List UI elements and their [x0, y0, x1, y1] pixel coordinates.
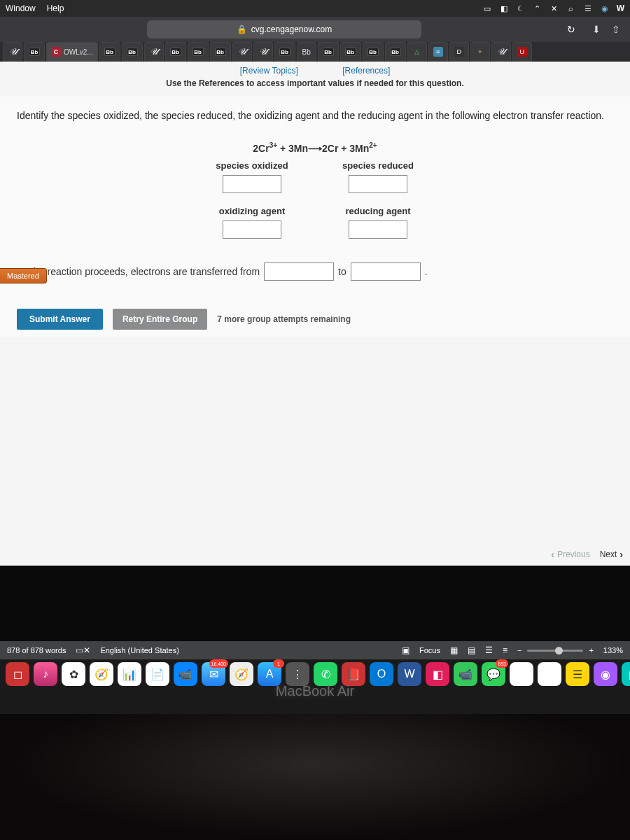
menu-window[interactable]: Window: [6, 4, 36, 13]
browser-tab-active[interactable]: C OWLv2...: [46, 42, 98, 62]
input-transfer-to[interactable]: [351, 262, 421, 281]
whatsapp-icon[interactable]: ✆: [314, 662, 337, 686]
previous-button[interactable]: ‹ Previous: [551, 549, 589, 560]
pages-icon[interactable]: 📄: [146, 662, 169, 686]
references-link[interactable]: [References]: [342, 66, 390, 76]
siri-icon[interactable]: ◉: [600, 4, 610, 13]
browser-tab[interactable]: Bb: [297, 42, 316, 62]
bb-icon: Bb: [104, 48, 115, 56]
list-icon: ≡: [433, 47, 443, 57]
input-transfer-from[interactable]: [264, 262, 334, 281]
draft-icon[interactable]: ≡: [503, 645, 507, 655]
photos-icon[interactable]: ✿: [62, 662, 85, 686]
music-icon[interactable]: ♪: [34, 662, 57, 686]
focus-label[interactable]: Focus: [419, 646, 440, 654]
browser-tab[interactable]: Bb: [385, 42, 406, 62]
chrome-icon[interactable]: ◯: [510, 662, 533, 686]
label-reducing-agent: reducing agent: [345, 206, 410, 216]
u-icon: 𝒰: [496, 47, 506, 57]
bb-icon: Bb: [368, 48, 379, 56]
browser-tab[interactable]: Bb: [274, 42, 295, 62]
url-text: cvg.cengagenow.com: [251, 24, 332, 34]
outline-icon[interactable]: ☰: [485, 645, 493, 655]
gmail-icon[interactable]: ✉: [538, 662, 561, 686]
zoom-slider[interactable]: − +: [517, 646, 594, 654]
pdf-icon[interactable]: 📕: [342, 662, 365, 686]
podcasts-icon[interactable]: ◉: [594, 662, 617, 686]
slider-track[interactable]: [527, 650, 583, 652]
menu-help[interactable]: Help: [47, 4, 64, 13]
browser-tab[interactable]: 𝒰: [491, 42, 511, 62]
web-layout-icon[interactable]: ▤: [468, 645, 475, 655]
facetime-icon[interactable]: 📹: [454, 662, 477, 686]
retry-group-button[interactable]: Retry Entire Group: [113, 309, 207, 330]
browser-tab[interactable]: Bb: [165, 42, 186, 62]
wifi-icon[interactable]: ⌃: [533, 4, 542, 13]
next-button[interactable]: Next ›: [600, 549, 623, 560]
sentence-suffix: .: [425, 266, 428, 277]
bb-icon: Bb: [323, 48, 334, 56]
url-bar[interactable]: 🔒 cvg.cengagenow.com: [147, 20, 421, 38]
sentence-to: to: [338, 266, 346, 277]
control-center-icon[interactable]: ☰: [583, 4, 593, 13]
reload-icon[interactable]: ↻: [567, 24, 575, 35]
laptop-bezel: [0, 714, 630, 840]
dock-app[interactable]: ◧: [426, 662, 449, 686]
bb-icon: Bb: [279, 48, 290, 56]
outlook-icon[interactable]: O: [370, 662, 393, 686]
print-layout-icon[interactable]: ▦: [450, 645, 458, 655]
language-selector[interactable]: English (United States): [100, 646, 179, 654]
browser-tab[interactable]: 𝒰: [232, 42, 252, 62]
input-species-reduced[interactable]: [349, 175, 407, 193]
browser-tab[interactable]: Bb: [340, 42, 361, 62]
mail-icon[interactable]: ✉16,400: [202, 662, 225, 686]
browser-tab[interactable]: △: [407, 42, 427, 62]
input-species-oxidized[interactable]: [223, 175, 281, 193]
browser-tab[interactable]: 𝒰: [253, 42, 273, 62]
word-icon[interactable]: W: [398, 662, 421, 686]
browser-tab[interactable]: 𝒰: [3, 42, 22, 62]
safari-alt-icon[interactable]: 🧭: [230, 662, 253, 686]
moon-icon[interactable]: ☾: [516, 4, 526, 13]
word-status-bar: 878 of 878 words ▭✕ English (United Stat…: [0, 641, 630, 659]
download-icon[interactable]: ⬇: [589, 24, 603, 35]
bluetooth-off-icon[interactable]: ✕: [550, 4, 559, 13]
browser-tab[interactable]: ✦: [470, 42, 490, 62]
search-icon[interactable]: ⌕: [566, 4, 576, 13]
browser-tab[interactable]: Bb: [24, 42, 45, 62]
numbers-icon[interactable]: 📊: [118, 662, 141, 686]
browser-tab[interactable]: Bb: [122, 42, 143, 62]
battery-icon[interactable]: ◧: [499, 4, 509, 13]
browser-tab[interactable]: 𝒰: [144, 42, 164, 62]
dock-app[interactable]: ◻: [6, 662, 29, 686]
input-reducing-agent[interactable]: [349, 220, 407, 239]
rectangles-icon[interactable]: ▭: [482, 4, 492, 13]
review-topics-link[interactable]: [Review Topics]: [240, 66, 298, 76]
spellcheck-icon[interactable]: ▭✕: [76, 645, 90, 655]
browser-tab[interactable]: Bb: [99, 42, 120, 62]
zoom-out-icon[interactable]: −: [517, 646, 522, 654]
zoom-in-icon[interactable]: +: [589, 646, 593, 654]
appstore-icon[interactable]: A1: [258, 662, 281, 686]
launchpad-icon[interactable]: ⋮: [286, 662, 309, 686]
notes-icon[interactable]: ☰: [566, 662, 589, 686]
word-count[interactable]: 878 of 878 words: [7, 646, 66, 654]
input-oxidizing-agent[interactable]: [223, 220, 281, 239]
zoom-app-icon[interactable]: 📹: [174, 662, 197, 686]
tab-label: Bb: [302, 48, 311, 56]
browser-tab[interactable]: Bb: [318, 42, 339, 62]
browser-tab[interactable]: U: [512, 42, 532, 62]
browser-tab[interactable]: Bb: [188, 42, 209, 62]
focus-icon[interactable]: ▣: [402, 645, 410, 655]
browser-tab[interactable]: Bb: [363, 42, 384, 62]
browser-tab[interactable]: Bb: [210, 42, 231, 62]
dock-app[interactable]: ▣: [622, 662, 630, 686]
browser-tab[interactable]: ≡: [428, 42, 448, 62]
submit-answer-button[interactable]: Submit Answer: [17, 309, 103, 330]
safari-icon[interactable]: 🧭: [90, 662, 113, 686]
slider-thumb[interactable]: [555, 647, 563, 654]
share-icon[interactable]: ⇧: [609, 24, 623, 35]
browser-tab[interactable]: D: [449, 42, 469, 62]
zoom-percent[interactable]: 133%: [603, 646, 623, 654]
messages-icon[interactable]: 💬653: [482, 662, 505, 686]
